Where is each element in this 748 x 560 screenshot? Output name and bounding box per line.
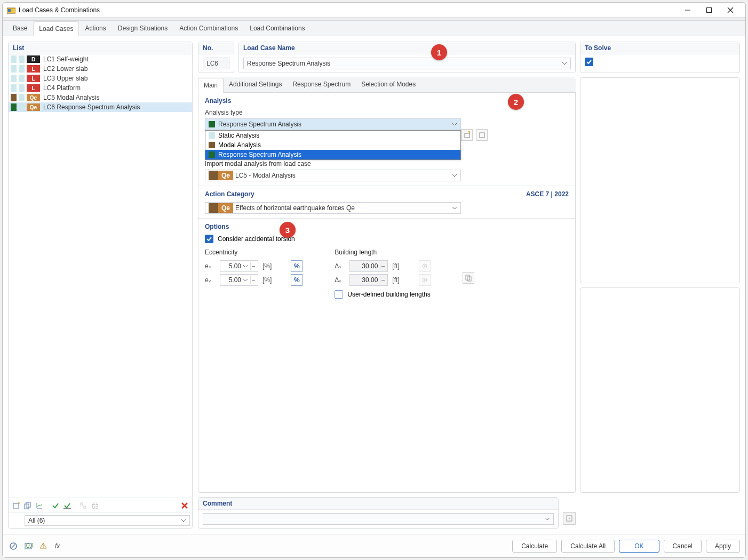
length-spinner[interactable]: 30.00: [349, 260, 388, 272]
check-green-icon[interactable]: [50, 500, 61, 511]
maximize-button[interactable]: [698, 4, 720, 17]
filter-select[interactable]: All (6): [25, 515, 190, 526]
minimize-button[interactable]: [677, 4, 698, 17]
window-title: Load Cases & Combinations: [19, 6, 100, 14]
list-item[interactable]: QeLC6 Response Spectrum Analysis: [9, 102, 192, 112]
tab-design-situations[interactable]: Design Situations: [112, 21, 173, 36]
comment-input[interactable]: [203, 513, 554, 525]
svg-rect-19: [465, 133, 470, 138]
callout-2: 2: [508, 94, 524, 110]
new-settings-icon[interactable]: [461, 129, 473, 141]
svg-rect-6: [13, 503, 19, 508]
cancel-button[interactable]: Cancel: [664, 540, 702, 553]
help-icon[interactable]: [8, 541, 19, 551]
list-item[interactable]: LLC4 Platform: [9, 83, 192, 93]
tab-action-combinations[interactable]: Action Combinations: [173, 21, 244, 36]
import-select[interactable]: Qe LC5 - Modal Analysis: [205, 170, 461, 181]
dialog-window: Load Cases & Combinations BaseLoad Cases…: [2, 2, 746, 558]
torsion-checkbox[interactable]: [205, 235, 213, 243]
units-icon[interactable]: 0.00: [23, 541, 34, 551]
ud-lengths-checkbox[interactable]: [335, 290, 343, 299]
action-cat-select[interactable]: Qe Effects of horizontal earthquake forc…: [205, 202, 461, 214]
number-icon[interactable]: 2163: [90, 500, 100, 511]
chevron-down-icon: [452, 173, 457, 178]
apply-button[interactable]: Apply: [706, 540, 740, 553]
tab-actions[interactable]: Actions: [79, 21, 112, 36]
subtab-main[interactable]: Main: [198, 78, 224, 93]
percent-button[interactable]: %: [291, 274, 303, 286]
new-icon[interactable]: [11, 500, 21, 511]
list-item[interactable]: QeLC5 Modal Analysis: [9, 93, 192, 102]
solve-checkbox[interactable]: [585, 58, 593, 66]
svg-rect-3: [707, 7, 712, 12]
name-card: Load Case Name Response Spectrum Analysi…: [238, 42, 576, 73]
list-header: List: [9, 42, 192, 54]
model-icon[interactable]: [38, 541, 49, 551]
svg-text:0.00: 0.00: [26, 542, 33, 549]
length-gear-icon[interactable]: [419, 260, 431, 272]
app-icon: [7, 6, 15, 14]
analysis-type-dropdown[interactable]: Response Spectrum Analysis Static Analys…: [205, 118, 569, 130]
length-gear-icon[interactable]: [419, 274, 431, 286]
filter-value: All (6): [28, 517, 45, 524]
preview-top: [580, 77, 740, 283]
comment-edit-icon[interactable]: [563, 512, 576, 525]
copy-icon[interactable]: [22, 500, 33, 511]
options-header: Options: [205, 223, 569, 230]
analysis-type-select[interactable]: Response Spectrum Analysis: [205, 118, 461, 130]
analysis-type-options[interactable]: Static AnalysisModal AnalysisResponse Sp…: [205, 130, 461, 160]
length-spinner[interactable]: 30.00: [349, 274, 388, 286]
check-green2-icon[interactable]: [62, 500, 73, 511]
ecc-spinner[interactable]: 5.00: [220, 274, 258, 286]
svg-point-22: [424, 266, 425, 267]
subtab-selection-of-modes[interactable]: Selection of Modes: [356, 77, 421, 92]
calculate-button[interactable]: Calculate: [512, 540, 557, 553]
chevron-down-icon: [545, 516, 550, 522]
analysis-type-option[interactable]: Response Spectrum Analysis: [205, 150, 460, 159]
close-button[interactable]: [720, 4, 741, 17]
analysis-type-option[interactable]: Static Analysis: [205, 131, 460, 140]
tab-load-combinations[interactable]: Load Combinations: [244, 21, 311, 36]
tab-base[interactable]: Base: [7, 21, 33, 36]
ok-button[interactable]: OK: [619, 540, 659, 553]
svg-rect-7: [25, 504, 29, 509]
solve-card: To Solve: [580, 42, 740, 73]
no-input[interactable]: LC6: [203, 58, 229, 69]
bl-header: Building length: [335, 249, 430, 256]
chevron-down-icon: [181, 518, 186, 523]
analysis-type-label: Analysis type: [205, 109, 569, 116]
no-label: No.: [198, 42, 234, 54]
ud-lengths-label: User-defined building lengths: [347, 291, 430, 298]
link-icon[interactable]: [78, 500, 89, 511]
list-item[interactable]: DLC1 Self-weight: [9, 54, 192, 64]
name-select[interactable]: Response Spectrum Analysis: [243, 58, 571, 69]
svg-point-28: [569, 518, 570, 519]
svg-line-30: [12, 545, 15, 548]
analysis-type-option[interactable]: Modal Analysis: [205, 140, 460, 150]
fx-icon[interactable]: fx: [53, 541, 63, 551]
percent-button[interactable]: %: [291, 260, 303, 272]
ecc-spinner[interactable]: 5.00: [220, 260, 258, 272]
comment-header: Comment: [198, 498, 558, 510]
svg-line-12: [83, 505, 84, 506]
open-settings-icon[interactable]: [476, 129, 488, 141]
subtab-additional-settings[interactable]: Additional Settings: [224, 77, 287, 92]
svg-rect-9: [63, 508, 71, 509]
delete-icon[interactable]: [179, 500, 190, 511]
copy-lengths-icon[interactable]: [463, 272, 474, 284]
list-filter: All (6): [9, 513, 192, 528]
chart-icon[interactable]: [34, 500, 45, 511]
calculate-all-button[interactable]: Calculate All: [561, 540, 615, 553]
main-tabs: BaseLoad CasesActionsDesign SituationsAc…: [3, 21, 745, 36]
titlebar: Load Cases & Combinations: [3, 3, 745, 18]
subtab-response-spectrum[interactable]: Response Spectrum: [287, 77, 356, 92]
chevron-down-icon: [452, 122, 457, 127]
load-case-list[interactable]: DLC1 Self-weightLLC2 Lower slabLLC3 Uppe…: [9, 54, 192, 498]
tab-load-cases[interactable]: Load Cases: [33, 21, 79, 36]
chevron-down-icon: [562, 61, 567, 66]
dialog-footer: 0.00 fx Calculate Calculate All OK Cance…: [3, 534, 745, 557]
list-item[interactable]: LLC2 Lower slab: [9, 64, 192, 74]
list-toolbar: 2163: [9, 498, 192, 513]
comment-card: Comment: [198, 497, 559, 529]
list-item[interactable]: LLC3 Upper slab: [9, 74, 192, 83]
